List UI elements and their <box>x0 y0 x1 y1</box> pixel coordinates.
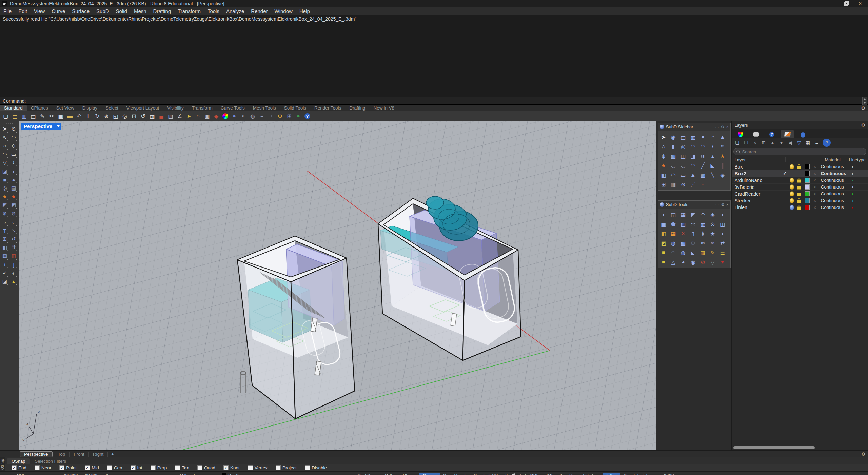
subd-steps-icon[interactable]: ⋰ <box>688 180 698 189</box>
checkbox-icon[interactable]: ✓ <box>223 465 229 470</box>
boolean-difference-icon[interactable]: ⊖ <box>9 210 18 218</box>
layer-material-icon[interactable]: ○ <box>811 164 819 169</box>
menu-help[interactable]: Help <box>296 8 313 14</box>
save-icon[interactable]: ▥ <box>20 112 28 120</box>
block-manager-icon[interactable]: ⊞ <box>285 112 294 120</box>
pyramid-icon[interactable]: ▲ <box>9 277 18 285</box>
layer-expand-arrow-icon[interactable]: ‹ <box>848 164 854 169</box>
explode-blocks-icon[interactable]: ★ <box>9 193 18 201</box>
split-icon[interactable]: ◩ <box>9 201 18 209</box>
subd-pipe-face-icon[interactable]: ◍ <box>669 238 678 248</box>
subd-symmetry-icon[interactable]: ≬ <box>698 229 708 238</box>
layer-lock-icon[interactable] <box>795 205 803 210</box>
layer-search-input[interactable]: Search <box>733 148 866 155</box>
move-down-icon[interactable]: ▼ <box>777 139 785 147</box>
layer-visibility-icon[interactable] <box>788 164 795 169</box>
layer-expand-arrow-icon[interactable]: ‹ <box>848 178 854 183</box>
subd-pattern-icon[interactable]: ▨ <box>698 170 708 180</box>
minimize-button[interactable] <box>830 2 834 6</box>
layer-expand-arrow-icon[interactable]: ‹ <box>848 198 854 203</box>
checkbox-icon[interactable]: ✓ <box>59 465 64 470</box>
toolbar-tab-render-tools[interactable]: Render Tools <box>310 105 345 111</box>
polygon-icon[interactable]: ▽ <box>1 159 9 167</box>
array-linear-icon[interactable]: ▥ <box>9 252 18 260</box>
layer-material-icon[interactable]: ○ <box>811 191 819 196</box>
toolbar-tab-drafting[interactable]: Drafting <box>345 105 369 111</box>
extrude-icon[interactable]: ⇈ <box>9 243 18 252</box>
zoom-selected-icon[interactable]: ◎ <box>120 112 129 120</box>
menu-subd[interactable]: SubD <box>93 8 113 14</box>
subd-sphere-map-icon[interactable]: ◍ <box>678 248 688 257</box>
toolbar-tab-new-in-v8[interactable]: New in V8 <box>370 105 399 111</box>
subd-tri-corner-icon[interactable]: ◬ <box>669 257 678 267</box>
viewport-title-dropdown[interactable]: Perspective <box>21 123 61 130</box>
new-layer-icon[interactable]: ❏ <box>733 139 741 147</box>
render-settings-icon[interactable]: ▧ <box>166 112 175 120</box>
fillet-icon[interactable]: ◞ <box>1 218 9 226</box>
osnap-option-int[interactable]: ✓Int <box>131 465 142 470</box>
subd-fill-hole-icon[interactable]: ◕ <box>678 257 688 267</box>
layer-expand-arrow-icon[interactable]: ‹ <box>848 205 854 210</box>
subd-bucket-icon[interactable]: ▯ <box>688 229 698 238</box>
layer-material-icon[interactable]: ○ <box>811 171 819 176</box>
undo-view-icon[interactable]: ↺ <box>139 112 147 120</box>
subd-star-icon[interactable]: ★ <box>718 151 727 161</box>
subd-panel-icon[interactable]: ▲ <box>688 170 698 180</box>
subd-plane-icon[interactable]: ▤ <box>678 132 688 142</box>
viewport-title[interactable]: Perspective <box>21 123 55 130</box>
subd-select-icon[interactable]: ➤ <box>659 132 668 142</box>
layer-visibility-icon[interactable] <box>788 198 795 203</box>
layer-color-swatch[interactable] <box>803 184 811 190</box>
layer-material-icon[interactable]: ○ <box>811 178 819 183</box>
chamfer-icon[interactable]: ◟ <box>9 218 18 226</box>
layer-color-swatch[interactable] <box>803 164 811 169</box>
menu-render[interactable]: Render <box>248 8 271 14</box>
subd-tessellate-icon[interactable]: ▨ <box>678 219 688 229</box>
layer-visibility-icon[interactable] <box>788 205 795 210</box>
menu-transform[interactable]: Transform <box>174 8 204 14</box>
layer-expand-arrow-icon[interactable]: ‹ <box>848 191 854 196</box>
primitives-icon[interactable]: ◐ <box>9 269 18 277</box>
subd-blend-icon[interactable]: ◠ <box>669 170 678 180</box>
toggle-grid-snap[interactable]: Grid Snap <box>354 473 381 475</box>
layer-linetype[interactable]: Continuous <box>819 191 848 196</box>
layer-lock-icon[interactable] <box>795 198 803 203</box>
viewport-tab-top[interactable]: Top <box>54 452 70 457</box>
menu-window[interactable]: Window <box>271 8 296 14</box>
layer-material-icon[interactable]: ○ <box>811 198 819 203</box>
properties-icon[interactable]: ✎ <box>38 112 47 120</box>
toolbar-tab-select[interactable]: Select <box>101 105 122 111</box>
checkbox-icon[interactable] <box>35 465 40 470</box>
layer-name[interactable]: Stecker <box>732 198 781 203</box>
zoom-window-icon[interactable]: ◱ <box>111 112 120 120</box>
tab-help-icon[interactable]: ? <box>765 130 778 138</box>
panel-toggle-icon[interactable] <box>3 473 7 475</box>
subd-crease-icon[interactable]: ≋ <box>698 151 708 161</box>
grid-view-icon[interactable]: ▦ <box>804 139 812 147</box>
point-icon[interactable]: ⊙ <box>9 125 18 133</box>
panel-menu-icon[interactable]: ≡ <box>812 139 821 147</box>
tab-notifications-icon[interactable] <box>796 130 810 138</box>
subd-corner-icon[interactable]: ◣ <box>688 248 698 257</box>
duplicate-layer-icon[interactable]: ⊞ <box>760 139 768 147</box>
status-current-layer[interactable]: Box2 <box>218 473 242 475</box>
interpolate-curve-icon[interactable]: ◠ <box>9 133 18 141</box>
subd-lift-face-icon[interactable]: ◩ <box>659 238 668 248</box>
subd-paintbrush-icon[interactable]: ✎ <box>708 248 717 257</box>
osnap-option-cen[interactable]: Cen <box>107 465 122 470</box>
layer-row-9vbaterie[interactable]: 9vBaterie○Continuous‹ <box>732 184 868 191</box>
copy-icon[interactable]: ▣ <box>56 112 65 120</box>
rectangle-icon[interactable]: ▭ <box>9 150 18 158</box>
layer-visibility-icon[interactable] <box>788 178 795 183</box>
array-rect-icon[interactable]: ▦ <box>1 252 9 260</box>
filter-funnel-icon[interactable]: ▽ <box>795 139 803 147</box>
toggle-auto-cplane[interactable]: Auto CPlane (Object) <box>516 473 566 475</box>
subd-pipe-guide-icon[interactable]: + <box>698 180 708 189</box>
layer-help-icon[interactable]: ? <box>823 139 831 147</box>
toolbar-tab-set-view[interactable]: Set View <box>52 105 78 111</box>
layers-gear-icon[interactable]: ⚙ <box>861 122 865 128</box>
layer-row-stecker[interactable]: Stecker○Continuous‹ <box>732 197 868 204</box>
layer-row-arduinonano[interactable]: ArduinoNano○Continuous‹ <box>732 177 868 184</box>
solid-edit-icon[interactable]: ◧ <box>1 243 9 252</box>
toggle-smarttrack[interactable]: SmartTrack <box>440 473 470 475</box>
